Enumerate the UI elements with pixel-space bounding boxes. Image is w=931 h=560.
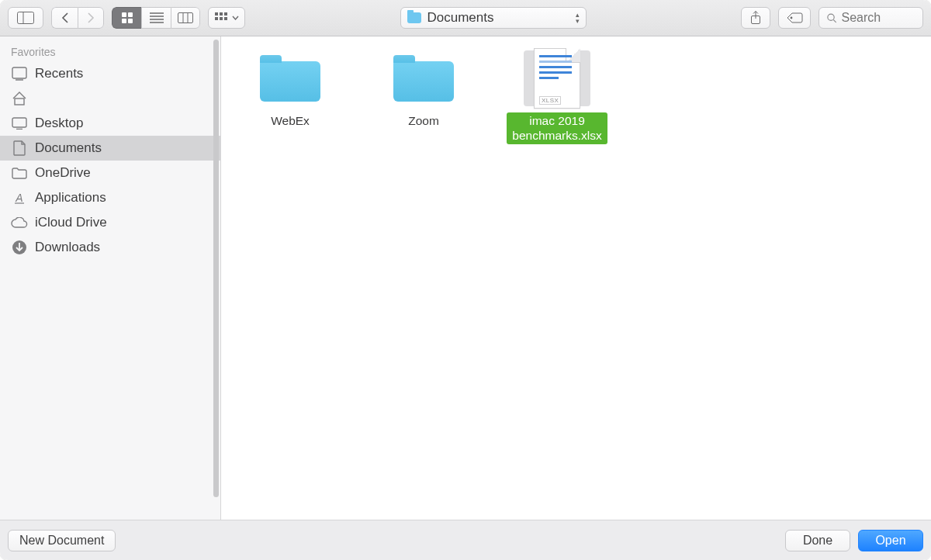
sidebar-item-label: Documents <box>35 140 102 156</box>
svg-rect-27 <box>12 118 26 127</box>
sidebar-item-icloud[interactable]: iCloud Drive <box>0 210 220 235</box>
sidebar-item-label: Downloads <box>35 240 100 255</box>
svg-point-22 <box>828 14 834 20</box>
icon-grid-icon <box>121 12 133 24</box>
chevron-right-icon <box>87 12 95 23</box>
nav-back-forward <box>51 7 104 29</box>
svg-rect-15 <box>224 12 227 16</box>
view-columns-button[interactable] <box>171 7 200 29</box>
sidebar-item-documents[interactable]: Documents <box>0 136 220 161</box>
sidebar-scrollbar[interactable] <box>212 36 220 520</box>
main: Favorites Recents Desktop Documents OneD… <box>0 36 931 520</box>
sidebar-item-recents[interactable]: Recents <box>0 61 220 86</box>
nav-forward-button[interactable] <box>78 7 104 29</box>
share-icon <box>750 11 761 25</box>
tag-icon <box>786 12 803 24</box>
applications-icon: A <box>11 190 28 206</box>
list-icon <box>150 12 164 23</box>
open-button[interactable]: Open <box>858 530 923 551</box>
sidebar-item-label: Applications <box>35 190 106 206</box>
cloud-icon <box>11 217 28 228</box>
file-item-xlsx[interactable]: XLSX imac 2019 benchmarks.xlsx <box>507 50 607 144</box>
group-icon <box>215 12 230 23</box>
file-name: Zoom <box>403 112 444 129</box>
folder-icon <box>407 12 421 23</box>
folder-icon <box>11 167 28 179</box>
columns-icon <box>178 12 193 23</box>
search-field[interactable] <box>819 7 923 29</box>
group-by-button[interactable] <box>208 7 245 29</box>
svg-rect-10 <box>178 13 193 23</box>
file-item-folder[interactable]: Zoom <box>373 50 474 144</box>
sidebar-item-label: Desktop <box>35 116 83 131</box>
sidebar-toggle-button[interactable] <box>8 7 43 29</box>
path-label: Documents <box>427 10 494 26</box>
sidebar-item-onedrive[interactable]: OneDrive <box>0 161 220 185</box>
svg-rect-26 <box>15 99 24 105</box>
svg-rect-2 <box>122 12 126 17</box>
done-button[interactable]: Done <box>785 530 850 551</box>
sidebar-item-downloads[interactable]: Downloads <box>0 235 220 260</box>
svg-rect-3 <box>128 12 133 17</box>
sidebar-item-home[interactable] <box>0 86 220 111</box>
scrollbar-thumb[interactable] <box>213 40 219 497</box>
toolbar: Documents ▴▾ <box>0 0 931 36</box>
file-name: imac 2019 benchmarks.xlsx <box>507 112 607 144</box>
view-list-button[interactable] <box>141 7 171 29</box>
view-icons-button[interactable] <box>112 7 141 29</box>
home-icon <box>11 92 28 105</box>
svg-rect-5 <box>128 19 133 23</box>
svg-line-23 <box>833 19 836 22</box>
share-button[interactable] <box>741 7 770 29</box>
svg-rect-18 <box>224 17 227 20</box>
svg-rect-17 <box>220 17 223 20</box>
svg-rect-14 <box>220 12 223 16</box>
svg-text:A: A <box>15 192 22 204</box>
sidebar-item-desktop[interactable]: Desktop <box>0 111 220 136</box>
chevron-down-icon <box>232 16 239 20</box>
svg-rect-24 <box>12 67 26 78</box>
chevron-left-icon <box>61 12 69 23</box>
file-browser: WebEx Zoom XLSX imac 2019 benchmarks.xls… <box>221 36 931 520</box>
sidebar: Favorites Recents Desktop Documents OneD… <box>0 36 221 520</box>
sidebar-item-applications[interactable]: A Applications <box>0 185 220 210</box>
search-input[interactable] <box>842 11 915 25</box>
svg-rect-13 <box>215 12 218 16</box>
desktop-icon <box>11 117 28 130</box>
path-stepper-icon: ▴▾ <box>576 12 580 24</box>
folder-icon <box>393 55 454 102</box>
xlsx-file-icon: XLSX <box>534 48 580 109</box>
svg-rect-16 <box>215 17 218 20</box>
tags-button[interactable] <box>778 7 811 29</box>
recents-icon <box>11 67 28 81</box>
svg-rect-0 <box>18 12 34 24</box>
path-dropdown[interactable]: Documents ▴▾ <box>400 7 587 29</box>
svg-rect-4 <box>122 19 126 23</box>
search-icon <box>827 12 837 24</box>
folder-icon <box>260 55 320 102</box>
footer: New Document Done Open <box>0 520 931 560</box>
svg-point-21 <box>791 17 793 19</box>
documents-icon <box>11 140 28 156</box>
new-document-button[interactable]: New Document <box>8 530 116 551</box>
sidebar-toggle-icon <box>17 12 34 24</box>
file-item-folder[interactable]: WebEx <box>240 50 341 144</box>
nav-back-button[interactable] <box>51 7 78 29</box>
downloads-icon <box>11 240 28 255</box>
sidebar-item-label: iCloud Drive <box>35 215 107 230</box>
sidebar-item-label: OneDrive <box>35 165 91 181</box>
file-extension-tag: XLSX <box>539 96 561 105</box>
file-name: WebEx <box>266 112 314 129</box>
view-mode-segment <box>112 7 200 29</box>
sidebar-section-label: Favorites <box>0 44 220 61</box>
sidebar-item-label: Recents <box>35 66 83 81</box>
